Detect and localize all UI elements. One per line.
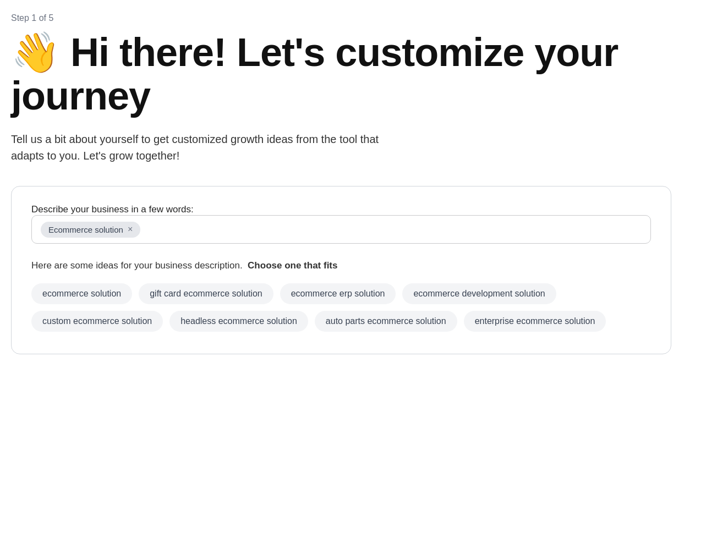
suggestion-chip[interactable]: custom ecommerce solution — [31, 311, 163, 332]
ideas-intro-text: Here are some ideas for your business de… — [31, 260, 243, 271]
wave-emoji: 👋 — [11, 30, 60, 74]
suggestion-chip[interactable]: ecommerce solution — [31, 283, 132, 304]
step-indicator: Step 1 of 5 — [11, 13, 717, 23]
ideas-description: Here are some ideas for your business de… — [31, 259, 651, 272]
ideas-cta-text: Choose one that fits — [248, 260, 337, 271]
tag-text: Ecommerce solution — [48, 225, 123, 234]
business-description-card: Describe your business in a few words: E… — [11, 186, 671, 354]
suggestion-chip[interactable]: headless ecommerce solution — [169, 311, 308, 332]
suggestion-chip[interactable]: auto parts ecommerce solution — [315, 311, 457, 332]
business-description-input-box[interactable]: Ecommerce solution × — [31, 215, 651, 244]
suggestion-chip[interactable]: gift card ecommerce solution — [139, 283, 273, 304]
remove-tag-button[interactable]: × — [128, 225, 133, 234]
suggestion-chip[interactable]: ecommerce erp solution — [280, 283, 396, 304]
selected-tag: Ecommerce solution × — [41, 222, 140, 238]
suggestion-chip[interactable]: enterprise ecommerce solution — [464, 311, 606, 332]
subtitle-text: Tell us a bit about yourself to get cust… — [11, 131, 396, 164]
input-label: Describe your business in a few words: — [31, 204, 194, 215]
heading-text: Hi there! Let's customize your journey — [11, 30, 618, 118]
suggestion-chip[interactable]: ecommerce development solution — [402, 283, 556, 304]
suggestions-container: ecommerce solutiongift card ecommerce so… — [31, 283, 651, 332]
main-heading: 👋 Hi there! Let's customize your journey — [11, 31, 717, 118]
